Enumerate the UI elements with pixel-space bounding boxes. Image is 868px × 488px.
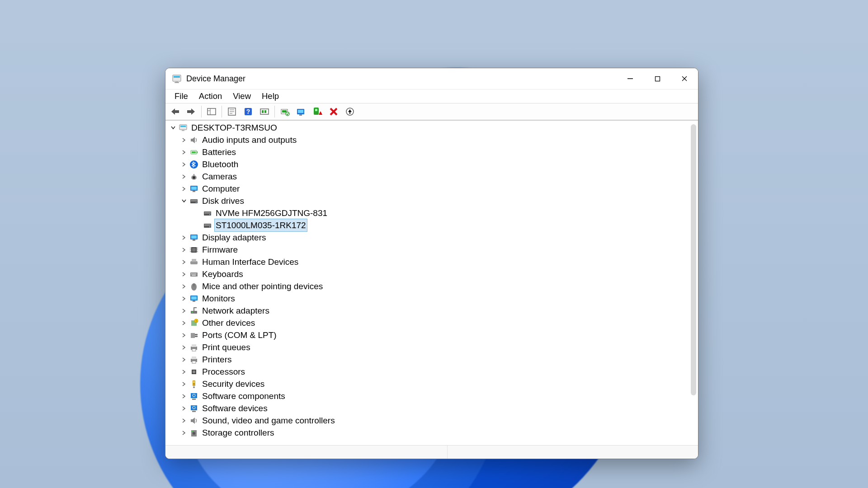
statusbar-cell xyxy=(357,446,448,459)
svg-rect-47 xyxy=(193,174,194,176)
properties-button[interactable] xyxy=(224,105,240,118)
collapse-chevron-icon[interactable] xyxy=(180,160,188,169)
minimize-button[interactable] xyxy=(617,68,644,89)
tree-category[interactable]: Batteries xyxy=(168,146,698,158)
node-icon xyxy=(189,343,199,352)
statusbar xyxy=(165,445,698,459)
collapse-chevron-icon[interactable] xyxy=(180,185,188,193)
tree-category[interactable]: Keyboards xyxy=(168,268,698,280)
maximize-button[interactable] xyxy=(644,68,671,89)
tree-category[interactable]: Firmware xyxy=(168,244,698,256)
collapse-chevron-icon[interactable] xyxy=(180,258,188,266)
collapse-chevron-icon[interactable] xyxy=(180,368,188,376)
collapse-chevron-icon[interactable] xyxy=(180,319,188,327)
collapse-chevron-icon[interactable] xyxy=(180,404,188,413)
nav-back-button[interactable] xyxy=(167,105,183,118)
tree-category[interactable]: Computer xyxy=(168,183,698,195)
menu-help[interactable]: Help xyxy=(256,90,284,103)
svg-rect-71 xyxy=(190,261,198,264)
tree-category[interactable]: Sound, video and game controllers xyxy=(168,414,698,427)
collapse-chevron-icon[interactable] xyxy=(180,173,188,181)
node-icon xyxy=(189,245,199,255)
tree-category[interactable]: Human Interface Devices xyxy=(168,256,698,268)
collapse-chevron-icon[interactable] xyxy=(180,282,188,291)
expand-chevron-icon[interactable] xyxy=(180,197,188,205)
enable-device-button[interactable] xyxy=(293,105,309,118)
tree-category[interactable]: Mice and other pointing devices xyxy=(168,280,698,292)
toolbar-sep xyxy=(201,106,202,117)
node-label: Other devices xyxy=(201,317,256,329)
uninstall-device-button[interactable] xyxy=(326,105,341,118)
svg-rect-85 xyxy=(192,312,193,313)
collapse-chevron-icon[interactable] xyxy=(180,356,188,364)
nav-forward-button[interactable] xyxy=(184,105,199,118)
tree-category[interactable]: !Other devices xyxy=(168,317,698,329)
svg-rect-12 xyxy=(208,108,216,115)
show-hide-tree-button[interactable] xyxy=(204,105,219,118)
update-driver-button[interactable] xyxy=(277,105,292,118)
tree-category[interactable]: Processors xyxy=(168,366,698,378)
toolbar: ? xyxy=(165,103,698,120)
tree-category[interactable]: Software components xyxy=(168,390,698,402)
svg-rect-97 xyxy=(192,361,196,363)
tree-device[interactable]: NVMe HFM256GDJTNG-831 xyxy=(168,207,698,219)
svg-rect-99 xyxy=(193,371,195,373)
tree-category[interactable]: Audio inputs and outputs xyxy=(168,134,698,146)
tree-category[interactable]: Print queues xyxy=(168,341,698,353)
svg-rect-43 xyxy=(192,151,196,153)
tree-device[interactable]: ST1000LM035-1RK172 xyxy=(168,219,698,231)
scan-hardware-button[interactable] xyxy=(257,105,272,118)
expand-chevron-icon[interactable] xyxy=(169,124,177,132)
node-icon xyxy=(189,196,199,206)
collapse-chevron-icon[interactable] xyxy=(180,380,188,388)
vertical-scrollbar[interactable] xyxy=(691,124,696,395)
tree-category[interactable]: Software devices xyxy=(168,402,698,414)
collapse-chevron-icon[interactable] xyxy=(180,392,188,400)
tree-category[interactable]: Disk drives xyxy=(168,195,698,207)
node-icon xyxy=(189,379,199,389)
device-tree[interactable]: DESKTOP-T3RMSUOAudio inputs and outputsB… xyxy=(165,121,698,445)
tree-category[interactable]: Display adapters xyxy=(168,231,698,244)
collapse-chevron-icon[interactable] xyxy=(180,270,188,278)
tree-category[interactable]: Security devices xyxy=(168,378,698,390)
tree-category[interactable]: Monitors xyxy=(168,292,698,305)
menu-file[interactable]: File xyxy=(169,90,193,103)
menu-view[interactable]: View xyxy=(227,90,256,103)
help-button[interactable]: ? xyxy=(241,105,256,118)
node-icon xyxy=(189,257,199,267)
collapse-chevron-icon[interactable] xyxy=(180,246,188,254)
collapse-chevron-icon[interactable] xyxy=(180,417,188,425)
svg-rect-76 xyxy=(194,273,195,274)
tree-root[interactable]: DESKTOP-T3RMSUO xyxy=(168,122,698,134)
svg-rect-78 xyxy=(192,275,196,276)
svg-rect-42 xyxy=(197,151,198,153)
add-legacy-hardware-button[interactable] xyxy=(342,105,358,118)
svg-marker-109 xyxy=(191,418,195,424)
tree-category[interactable]: Ports (COM & LPT) xyxy=(168,329,698,341)
collapse-chevron-icon[interactable] xyxy=(180,148,188,156)
collapse-chevron-icon[interactable] xyxy=(180,295,188,303)
tree-category[interactable]: Bluetooth xyxy=(168,158,698,170)
svg-text:!: ! xyxy=(196,319,197,323)
tree-category[interactable]: Network adapters xyxy=(168,305,698,317)
tree-category[interactable]: Storage controllers xyxy=(168,427,698,439)
svg-rect-112 xyxy=(192,431,193,432)
node-icon xyxy=(203,208,212,218)
svg-rect-22 xyxy=(262,110,264,113)
tree-category[interactable]: Cameras xyxy=(168,170,698,183)
menu-action[interactable]: Action xyxy=(193,90,227,103)
collapse-chevron-icon[interactable] xyxy=(180,136,188,144)
tree-category[interactable]: Printers xyxy=(168,353,698,366)
collapse-chevron-icon[interactable] xyxy=(180,234,188,242)
disable-device-button[interactable] xyxy=(310,105,325,118)
close-button[interactable] xyxy=(671,68,698,89)
node-icon: ! xyxy=(189,318,199,328)
titlebar[interactable]: Device Manager xyxy=(165,68,698,89)
window-controls xyxy=(617,68,698,89)
collapse-chevron-icon[interactable] xyxy=(180,343,188,352)
collapse-chevron-icon[interactable] xyxy=(180,331,188,339)
collapse-chevron-icon[interactable] xyxy=(180,429,188,437)
collapse-chevron-icon[interactable] xyxy=(180,307,188,315)
node-icon xyxy=(189,135,199,145)
node-icon xyxy=(189,294,199,304)
